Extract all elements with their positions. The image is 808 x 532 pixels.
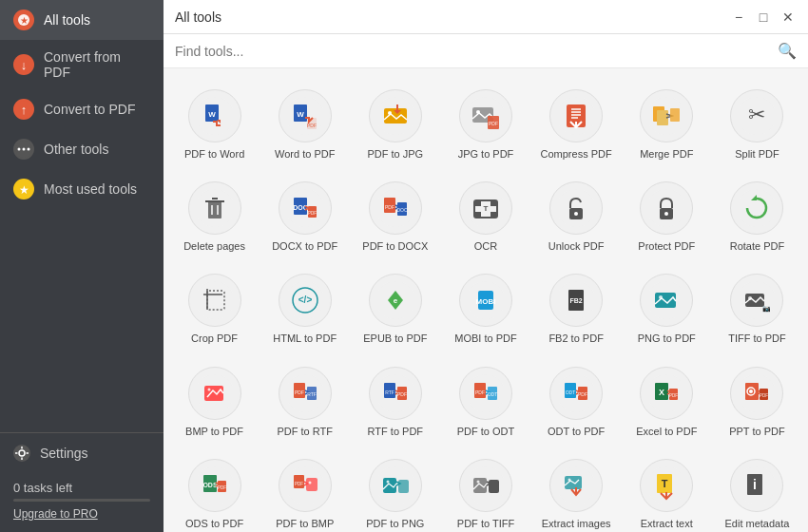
tool-pdf-to-tiff[interactable]: PDF to TIFF [442, 449, 529, 532]
upgrade-link[interactable]: Upgrade to PRO [13, 507, 150, 528]
svg-text:↑: ↑ [21, 103, 28, 117]
svg-text:PDF: PDF [760, 393, 768, 398]
svg-text:W: W [208, 110, 216, 119]
html-to-pdf-label: HTML to PDF [273, 332, 337, 345]
svg-rect-97 [655, 293, 676, 308]
tool-ocr[interactable]: T OCR [442, 172, 529, 260]
docx-to-pdf-label: DOCX to PDF [272, 240, 337, 253]
split-pdf-label: Split PDF [735, 148, 779, 161]
tool-png-to-pdf[interactable]: PNG to PDF [624, 264, 710, 352]
edit-metadata-icon: i [730, 459, 783, 512]
tool-jpg-to-pdf[interactable]: PDF JPG to PDF [442, 80, 529, 168]
all-tools-label: All tools [44, 12, 90, 28]
tool-word-to-pdf[interactable]: WPDF Word to PDF [261, 80, 348, 168]
tool-docx-to-pdf[interactable]: DOCPDF DOCX to PDF [261, 172, 348, 260]
tool-compress-pdf[interactable]: Compress PDF [533, 80, 620, 168]
extract-images-icon [549, 459, 603, 512]
tool-excel-to-pdf[interactable]: XPDF Excel to PDF [624, 357, 710, 446]
jpg-to-pdf-icon: PDF [459, 89, 512, 142]
close-button[interactable]: ✕ [779, 9, 797, 26]
tool-bmp-to-pdf[interactable]: BMP to PDF [171, 357, 258, 446]
svg-text:X: X [659, 388, 664, 397]
tasks-section: 0 tasks left Upgrade to PRO [0, 473, 164, 532]
tool-html-to-pdf[interactable]: </> HTML to PDF [261, 264, 348, 352]
tool-protect-pdf[interactable]: Protect PDF [624, 172, 710, 260]
tool-pdf-to-jpg[interactable]: PDF to JPG [352, 80, 438, 168]
main-content: All tools − □ ✕ 🔍 W PDF to Word WPDF Wor… [164, 0, 808, 532]
tool-extract-images[interactable]: Extract images [533, 449, 620, 532]
svg-text:T: T [484, 204, 489, 213]
bmp-to-pdf-icon [188, 367, 241, 420]
svg-rect-70 [491, 212, 497, 218]
tool-delete-pages[interactable]: Delete pages [171, 172, 258, 260]
settings-item[interactable]: Settings [0, 433, 164, 473]
tool-extract-text[interactable]: T Extract text [624, 449, 710, 532]
tool-tiff-to-pdf[interactable]: 📷 TIFF to PDF [714, 264, 800, 352]
svg-text:PDF: PDF [295, 482, 303, 486]
tool-merge-pdf[interactable]: Merge PDF [624, 80, 710, 168]
tool-pdf-to-docx[interactable]: PDFDOC PDF to DOCX [352, 172, 438, 260]
delete-pages-label: Delete pages [183, 240, 245, 253]
rotate-pdf-icon [730, 181, 783, 235]
most-used-label: Most used tools [44, 181, 137, 197]
tool-pdf-to-bmp[interactable]: PDF PDF to BMP [261, 449, 348, 532]
svg-text:📷: 📷 [762, 304, 771, 313]
tiff-to-pdf-label: TIFF to PDF [728, 332, 786, 345]
jpg-to-pdf-label: JPG to PDF [458, 148, 514, 161]
pdf-to-png-icon [369, 459, 422, 512]
protect-pdf-icon [640, 181, 693, 235]
tool-pdf-to-word[interactable]: W PDF to Word [171, 80, 258, 168]
maximize-button[interactable]: □ [755, 9, 772, 26]
pdf-to-png-label: PDF to PNG [366, 518, 424, 530]
svg-point-105 [207, 388, 210, 390]
svg-text:PDF: PDF [669, 393, 678, 398]
ppt-to-pdf-icon: PDF [730, 367, 783, 420]
odt-to-pdf-icon: ODTPDF [549, 367, 603, 420]
pdf-to-tiff-label: PDF to TIFF [457, 518, 514, 530]
minimize-button[interactable]: − [730, 9, 747, 26]
sidebar-item-convert-to-pdf[interactable]: ↑ Convert to PDF [0, 89, 164, 129]
svg-point-153 [476, 480, 479, 483]
tool-ods-to-pdf[interactable]: ODSPDF ODS to PDF [171, 449, 258, 532]
svg-rect-145 [306, 478, 317, 491]
odt-to-pdf-label: ODT to PDF [548, 426, 605, 438]
tool-rtf-to-pdf[interactable]: RTFPDF RTF to PDF [352, 357, 438, 446]
search-icon: 🔍 [778, 42, 797, 60]
merge-pdf-label: Merge PDF [640, 148, 693, 161]
tool-crop-pdf[interactable]: Crop PDF [171, 264, 258, 352]
all-tools-icon: ★ [13, 10, 34, 30]
tool-edit-metadata[interactable]: i Edit metadata [714, 449, 800, 532]
sidebar-item-most-used[interactable]: ★ Most used tools [0, 169, 164, 209]
ods-to-pdf-icon: ODSPDF [188, 459, 241, 512]
tool-odt-to-pdf[interactable]: ODTPDF ODT to PDF [533, 357, 620, 446]
tool-pdf-to-odt[interactable]: PDFODT PDF to ODT [442, 357, 529, 446]
tool-unlock-pdf[interactable]: Unlock PDF [533, 172, 620, 260]
merge-pdf-icon [640, 89, 693, 142]
pdf-to-bmp-label: PDF to BMP [276, 518, 334, 530]
svg-text:FB2: FB2 [570, 297, 583, 304]
convert-from-pdf-icon: ↓ [13, 54, 34, 75]
html-to-pdf-icon: </> [279, 274, 332, 327]
tool-pdf-to-rtf[interactable]: PDFRTF PDF to RTF [261, 357, 348, 446]
svg-text:DOC: DOC [396, 207, 408, 213]
rotate-pdf-label: Rotate PDF [730, 240, 784, 253]
svg-point-134 [749, 390, 753, 393]
svg-rect-50 [208, 201, 221, 218]
sidebar-item-all-tools[interactable]: ★ All tools [0, 0, 164, 40]
excel-to-pdf-icon: XPDF [640, 367, 693, 420]
svg-rect-69 [491, 200, 497, 206]
tool-epub-to-pdf[interactable]: e EPUB to PDF [352, 264, 438, 352]
tool-pdf-to-png[interactable]: PDF to PNG [352, 449, 438, 532]
tool-ppt-to-pdf[interactable]: PDF PPT to PDF [714, 357, 800, 446]
sidebar-item-convert-from-pdf[interactable]: ↓ Convert from PDF [0, 40, 164, 89]
edit-metadata-label: Edit metadata [724, 518, 789, 530]
sidebar-item-other-tools[interactable]: Other tools [0, 129, 164, 169]
crop-pdf-label: Crop PDF [191, 332, 238, 345]
tool-split-pdf[interactable]: ✂ Split PDF [714, 80, 800, 168]
svg-text:</>: </> [298, 294, 312, 305]
tool-rotate-pdf[interactable]: Rotate PDF [714, 172, 800, 260]
tool-mobi-to-pdf[interactable]: MOBI MOBI to PDF [442, 264, 529, 352]
tool-fb2-to-pdf[interactable]: FB2 FB2 to PDF [533, 264, 620, 352]
pdf-to-jpg-icon [369, 89, 422, 142]
search-input[interactable] [175, 44, 770, 59]
